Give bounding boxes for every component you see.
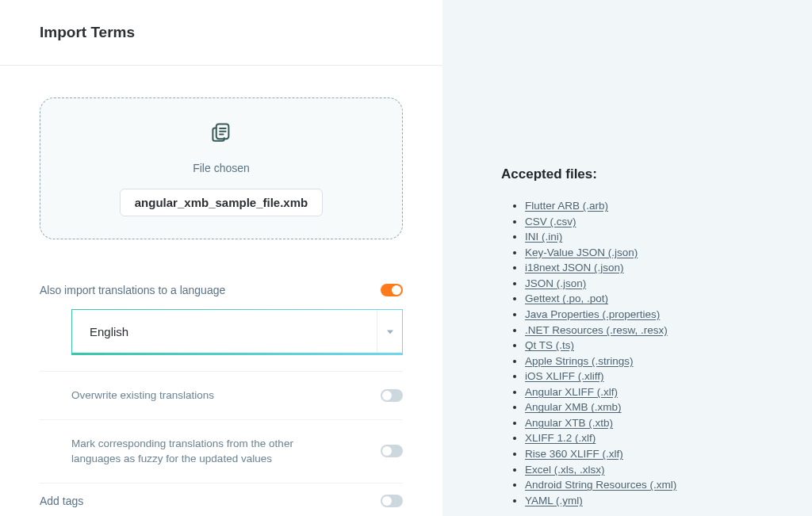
accepted-file-item: i18next JSON (.json) <box>525 260 780 276</box>
accepted-file-item: Flutter ARB (.arb) <box>525 198 780 214</box>
accepted-file-link[interactable]: Java Properties (.properties) <box>525 308 660 320</box>
accepted-file-link[interactable]: CSV (.csv) <box>525 216 576 227</box>
accepted-file-item: INI (.ini) <box>525 229 780 245</box>
accepted-file-link[interactable]: iOS XLIFF (.xliff) <box>525 370 604 382</box>
row-mark-fuzzy: Mark corresponding translations from the… <box>40 420 403 484</box>
accepted-file-link[interactable]: Angular XMB (.xmb) <box>525 401 622 413</box>
label-mark-fuzzy: Mark corresponding translations from the… <box>71 436 341 467</box>
accepted-file-link[interactable]: .NET Resources (.resw, .resx) <box>525 324 668 336</box>
accepted-file-item: iOS XLIFF (.xliff) <box>525 369 780 384</box>
accepted-file-link[interactable]: i18next JSON (.json) <box>525 262 624 273</box>
accepted-file-link[interactable]: YAML (.yml) <box>525 495 583 506</box>
accepted-file-link[interactable]: Qt TS (.ts) <box>525 339 574 351</box>
accepted-file-item: Apple Strings (.strings) <box>525 354 780 369</box>
file-dropzone[interactable]: File chosen angular_xmb_sample_file.xmb <box>40 97 403 239</box>
row-add-tags: Add tags <box>40 484 403 509</box>
page-title: Import Terms <box>40 24 403 41</box>
accepted-file-link[interactable]: Rise 360 XLIFF (.xlf) <box>525 448 623 460</box>
page-header: Import Terms <box>0 0 442 66</box>
accepted-file-item: Key-Value JSON (.json) <box>525 245 780 261</box>
accepted-file-item: Android String Resources (.xml) <box>525 477 780 493</box>
accepted-file-link[interactable]: Flutter ARB (.arb) <box>525 200 608 212</box>
accepted-file-item: Gettext (.po, .pot) <box>525 291 780 307</box>
accepted-file-link[interactable]: XLIFF 1.2 (.xlf) <box>525 432 596 444</box>
accepted-file-item: Angular XLIFF (.xlf) <box>525 384 780 400</box>
accepted-file-link[interactable]: Angular XLIFF (.xlf) <box>525 386 618 398</box>
accepted-file-link[interactable]: INI (.ini) <box>525 231 562 243</box>
accepted-file-item: Java Properties (.properties) <box>525 307 780 323</box>
accepted-file-item: Qt TS (.ts) <box>525 338 780 354</box>
accepted-file-item: Excel (.xls, .xlsx) <box>525 462 780 478</box>
accepted-files-heading: Accepted files: <box>501 166 780 182</box>
accepted-file-item: Rise 360 XLIFF (.xlf) <box>525 446 780 462</box>
row-import-translations: Also import translations to a language <box>40 271 403 309</box>
accepted-files-list: Flutter ARB (.arb)CSV (.csv)INI (.ini)Ke… <box>501 198 780 508</box>
toggle-overwrite[interactable] <box>381 389 403 402</box>
chosen-file-name: angular_xmb_sample_file.xmb <box>135 196 308 209</box>
accepted-file-link[interactable]: JSON (.json) <box>525 277 586 289</box>
accepted-file-link[interactable]: Gettext (.po, .pot) <box>525 292 608 304</box>
toggle-import-translations[interactable] <box>381 284 403 296</box>
accepted-file-item: Angular XMB (.xmb) <box>525 399 780 415</box>
accepted-file-link[interactable]: Key-Value JSON (.json) <box>525 247 638 258</box>
toggle-mark-fuzzy[interactable] <box>381 445 403 457</box>
accepted-file-item: YAML (.yml) <box>525 493 780 509</box>
language-select-value: English <box>72 310 377 354</box>
toggle-add-tags[interactable] <box>381 495 403 507</box>
accepted-file-item: JSON (.json) <box>525 276 780 292</box>
chevron-down-icon <box>377 310 402 354</box>
accepted-file-link[interactable]: Excel (.xls, .xlsx) <box>525 464 605 476</box>
label-overwrite: Overwrite existing translations <box>71 388 214 403</box>
accepted-file-link[interactable]: Android String Resources (.xml) <box>525 479 676 491</box>
accepted-file-link[interactable]: Apple Strings (.strings) <box>525 355 634 367</box>
accepted-file-item: .NET Resources (.resw, .resx) <box>525 323 780 338</box>
label-import-translations: Also import translations to a language <box>40 282 225 298</box>
accepted-file-item: CSV (.csv) <box>525 214 780 230</box>
accepted-file-item: Angular XTB (.xtb) <box>525 415 780 431</box>
accepted-file-item: XLIFF 1.2 (.xlf) <box>525 430 780 446</box>
accepted-files-panel: Accepted files: Flutter ARB (.arb)CSV (.… <box>442 0 812 516</box>
chosen-file-chip[interactable]: angular_xmb_sample_file.xmb <box>120 189 323 216</box>
dropzone-status-label: File chosen <box>193 162 250 174</box>
accepted-file-link[interactable]: Angular XTB (.xtb) <box>525 417 613 429</box>
language-select[interactable]: English <box>71 309 403 355</box>
upload-icon <box>209 120 233 147</box>
label-add-tags: Add tags <box>40 493 83 509</box>
row-overwrite: Overwrite existing translations <box>40 372 403 420</box>
